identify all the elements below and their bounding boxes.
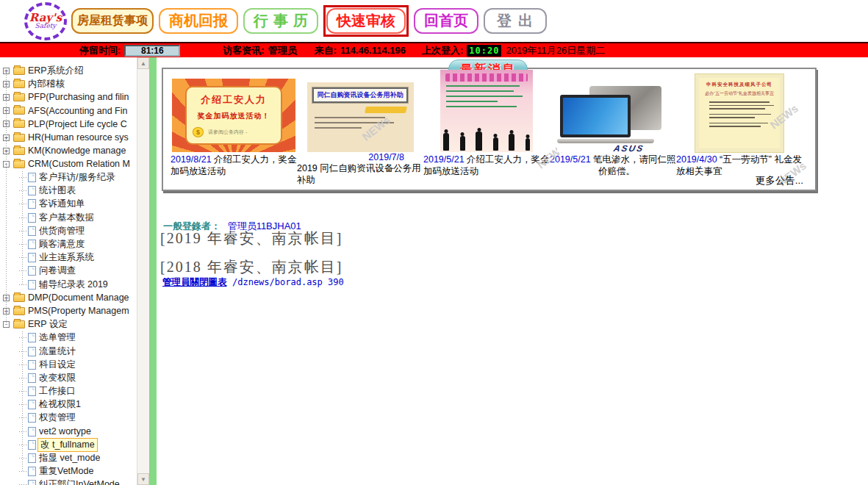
rays-safety-logo: Ray's Safety — [24, 2, 67, 40]
folder-icon — [13, 307, 25, 315]
tree-leaf-item[interactable]: vet2 wortype — [0, 425, 137, 438]
tree-connector — [19, 458, 26, 459]
tree-leaf-item[interactable]: 供货商管理 — [0, 224, 137, 237]
tree-folder-item[interactable]: +内部稽核 — [0, 77, 137, 90]
tree-folder-item[interactable]: +AFS(Accounting and Fin — [0, 104, 137, 118]
news-date-link[interactable]: 2019/5/21 — [423, 154, 465, 165]
sidebar-scrollbar[interactable]: ▲ ▼ — [137, 57, 149, 485]
main-nav: 房屋租赁事项 商机回报 行事历 快速审核 回首页 登出 — [71, 5, 547, 37]
tree-item-label: 统计图表 — [39, 184, 76, 197]
nav-button-calendar[interactable]: 行事历 — [243, 8, 318, 34]
tree-leaf-item[interactable]: 客户基本数据 — [0, 211, 137, 224]
admin-path-text: /dznews/borad.asp 390 — [232, 277, 344, 287]
tree-folder-item[interactable]: +PLP(Project Life cycle C — [0, 118, 137, 131]
tree-folder-item[interactable]: -ERP 设定 — [0, 318, 137, 331]
more-announcements-link[interactable]: 更多公告... — [756, 174, 803, 187]
tree-leaf-item[interactable]: 辅导纪录表 2019 — [0, 278, 137, 291]
tree-folder-item[interactable]: +PMS(Property Managem — [0, 304, 137, 317]
tree-leaf-item[interactable]: 客户拜访/服务纪录 — [0, 171, 137, 184]
content-area: +ERP系统介绍+内部稽核+PFP(Purchasing and filin+A… — [0, 57, 868, 485]
selected-button-highlight: 快速审核 — [323, 5, 409, 37]
news-caption: 2019/5/21 笔电渗水，请同仁照价赔偿。 — [550, 154, 676, 177]
tree-leaf-item[interactable]: 重复VetMode — [0, 465, 137, 478]
file-icon — [28, 467, 36, 476]
tree-leaf-item[interactable]: 检视权限1 — [0, 398, 137, 412]
tree-leaf-item[interactable]: 工作接口 — [0, 385, 137, 398]
folder-icon — [13, 294, 25, 302]
digital-clock: 10:20 — [467, 45, 501, 57]
tree-leaf-item[interactable]: 改变权限 — [0, 371, 137, 384]
tree-leaf-item[interactable]: 改 t_fullname — [0, 438, 137, 451]
last-login-label: 上次登入: — [422, 44, 463, 57]
tree-item-label: 工作接口 — [39, 385, 76, 398]
tree-item-label: 检视权限1 — [39, 398, 81, 411]
folder-icon — [13, 107, 25, 115]
tree-item-label: 改 t_fullname — [37, 438, 98, 452]
file-icon — [28, 253, 36, 262]
tree-guide-line — [22, 171, 23, 285]
tree-leaf-item[interactable]: 业主连系系统 — [0, 251, 137, 265]
tree-leaf-item[interactable]: 纠正部门InVetMode — [0, 478, 137, 485]
tree-connector — [19, 337, 26, 338]
tree-leaf-item[interactable]: 科目设定 — [0, 358, 137, 371]
tree-leaf-item[interactable]: 指显 vet_mode — [0, 451, 137, 464]
tree-item-label: AFS(Accounting and Fin — [28, 106, 128, 116]
folder-icon — [13, 80, 25, 88]
tree-item-label: 选单管理 — [39, 331, 76, 344]
tree-leaf-item[interactable]: 客诉通知单 — [0, 198, 137, 211]
news-date-link[interactable]: 2019/8/21 — [171, 154, 212, 165]
nav-button-logout[interactable]: 登出 — [484, 8, 547, 34]
news-thumbnail-labor-day-notice[interactable]: 中科安全科技及细风子公司 必办“五一劳动节”礼金发放相关事宜 — [695, 74, 783, 152]
news-title-prefix: 2019 — [297, 163, 318, 173]
scroll-down-icon[interactable]: ▼ — [137, 473, 149, 485]
top-header: Ray's Safety 房屋租赁事项 商机回报 行事历 快速审核 回首页 登出 — [0, 0, 868, 42]
tree-connector — [19, 351, 26, 352]
tree-item-label: 内部稽核 — [28, 78, 65, 90]
account-link-2019[interactable]: [2019 年睿安、南京帐目] — [160, 229, 342, 248]
tree-leaf-item[interactable]: 问卷调查 — [0, 265, 137, 278]
news-thumbnail-bonus-activity[interactable]: 介绍工安人力 奖金加码放送活动！ $ 请参阅公务内容 - — [172, 79, 295, 152]
tree-connector — [19, 270, 26, 271]
tree-folder-item[interactable]: +ERP系统介绍 — [0, 64, 137, 77]
folder-icon — [13, 320, 25, 328]
nav-button-quick-audit[interactable]: 快速审核 — [326, 8, 406, 34]
tree-leaf-item[interactable]: 统计图表 — [0, 184, 137, 198]
admin-close-chart-link[interactable]: 管理員關閉圖表 — [162, 277, 227, 287]
tree-folder-item[interactable]: +PFP(Purchasing and filin — [0, 90, 137, 104]
file-icon — [28, 226, 36, 236]
file-icon — [28, 240, 36, 249]
tree-leaf-item[interactable]: 流量统计 — [0, 345, 137, 358]
nav-button-housing-rental[interactable]: 房屋租赁事项 — [71, 8, 154, 34]
tree-folder-item[interactable]: +DMP(Document Manage — [0, 291, 137, 304]
account-link-2018[interactable]: [2018 年睿安、南京帐目] — [160, 257, 342, 277]
tree-folder-item[interactable]: +HR(Human resource sys — [0, 131, 137, 144]
tree-item-label: 业主连系系统 — [39, 251, 94, 264]
tree-folder-item[interactable]: -CRM(Custom Relation M — [0, 157, 137, 170]
admin-line: 管理員關閉圖表 /dznews/borad.asp 390 — [162, 276, 344, 289]
tree-connector — [19, 404, 26, 405]
tree-connector — [19, 364, 26, 365]
nav-button-business-report[interactable]: 商机回报 — [159, 8, 238, 34]
news-thumbnail-equipment-subsidy[interactable]: 同仁自购资讯设备公务用补助 — [307, 82, 414, 152]
tree-connector — [19, 284, 26, 285]
tree-leaf-item[interactable]: 权责管理 — [0, 412, 137, 425]
file-icon — [28, 347, 36, 356]
scroll-up-icon[interactable]: ▲ — [137, 57, 149, 69]
news-date-link[interactable]: 2019/7/8 — [297, 152, 423, 162]
stay-time-value: 81:16 — [124, 45, 180, 57]
news-caption: 2019 同仁自购资讯设备公务用补助 — [297, 162, 423, 186]
tree-item-label: DMP(Document Manage — [28, 292, 129, 303]
file-icon — [28, 266, 36, 276]
file-icon — [28, 480, 36, 485]
poster-title: 中科安全科技及细风子公司 — [699, 82, 780, 88]
news-items: 介绍工安人力 奖金加码放送活动！ $ 请参阅公务内容 - 2019/8/21 介 — [163, 69, 815, 186]
news-thumbnail-manpower-poster[interactable] — [440, 70, 533, 152]
tree-leaf-item[interactable]: 选单管理 — [0, 331, 137, 345]
tree-leaf-item[interactable]: 顾客满意度 — [0, 237, 137, 251]
poster-subtitle: 必办“五一劳动节”礼金发放相关事宜 — [699, 90, 780, 97]
tree-folder-item[interactable]: +KM(Knowledge manage — [0, 144, 137, 157]
news-thumbnail-laptop[interactable]: ASUS — [557, 86, 669, 152]
file-icon — [28, 186, 36, 195]
news-date-link[interactable]: 2019/4/30 — [676, 154, 717, 165]
nav-button-home[interactable]: 回首页 — [414, 8, 478, 34]
